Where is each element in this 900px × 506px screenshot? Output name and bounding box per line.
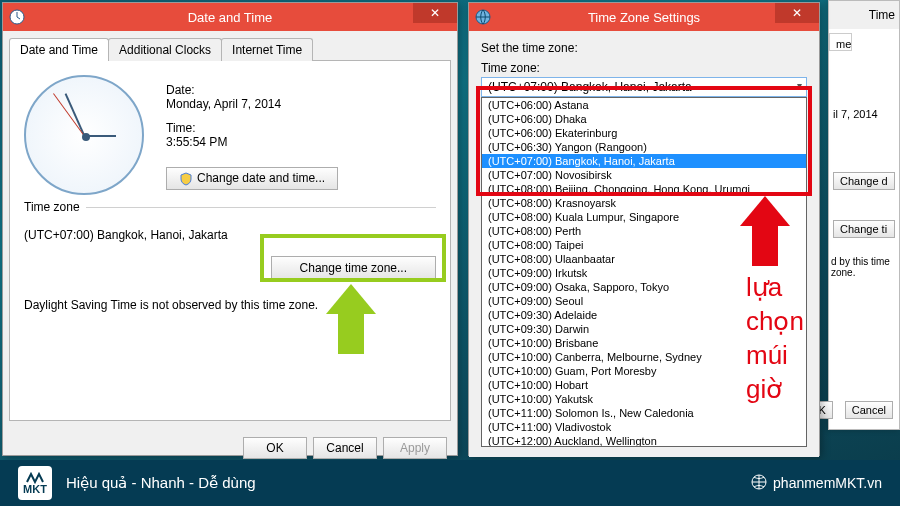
background-change-date-button[interactable]: Change d (833, 172, 895, 190)
timezone-selected-value[interactable]: (UTC+07:00) Bangkok, Hanoi, Jakarta (482, 78, 806, 96)
timezone-option[interactable]: (UTC+07:00) Novosibirsk (482, 168, 806, 182)
date-and-time-window: Date and Time ✕ Date and Time Additional… (2, 2, 458, 456)
window2-titlebar: Time Zone Settings ✕ (469, 3, 819, 31)
timezone-combobox[interactable]: (UTC+07:00) Bangkok, Hanoi, Jakarta (481, 77, 807, 97)
brand-name: MKT (23, 484, 47, 494)
date-value: Monday, April 7, 2014 (166, 97, 338, 111)
footer-url[interactable]: phanmemMKT.vn (751, 474, 882, 493)
background-note-fragment: d by this time zone. (831, 256, 897, 278)
timezone-option[interactable]: (UTC+06:00) Ekaterinburg (482, 126, 806, 140)
cancel-button[interactable]: Cancel (313, 437, 377, 459)
timezone-option[interactable]: (UTC+06:00) Astana (482, 98, 806, 112)
green-arrow-up-icon (326, 284, 376, 354)
set-timezone-label: Set the time zone: (481, 41, 807, 55)
timezone-option[interactable]: (UTC+08:00) Beijing, Chongqing, Hong Kon… (482, 182, 806, 196)
background-title-fragment: Time (829, 1, 899, 29)
background-cancel-button[interactable]: Cancel (845, 401, 893, 419)
brand-logo: MKT (18, 466, 52, 500)
change-date-time-button[interactable]: Change date and time... (166, 167, 338, 190)
background-change-timezone-button[interactable]: Change ti (833, 220, 895, 238)
footer-tagline: Hiệu quả - Nhanh - Dễ dùng (66, 474, 256, 492)
background-date-time-window: Time me il 7, 2014 Change d Change ti d … (828, 0, 900, 430)
window1-tabstrip: Date and Time Additional Clocks Internet… (9, 37, 451, 61)
timezone-option[interactable]: (UTC+07:00) Bangkok, Hanoi, Jakarta (482, 154, 806, 168)
timezone-option[interactable]: (UTC+06:30) Yangon (Rangoon) (482, 140, 806, 154)
change-timezone-button[interactable]: Change time zone... (271, 256, 436, 280)
tab-additional-clocks[interactable]: Additional Clocks (108, 38, 222, 61)
timezone-option[interactable]: (UTC+06:00) Dhaka (482, 112, 806, 126)
timezone-option[interactable]: (UTC+12:00) Auckland, Wellington (482, 434, 806, 447)
globe-icon (751, 474, 767, 493)
window2-title: Time Zone Settings (588, 10, 700, 25)
window1-titlebar: Date and Time ✕ (3, 3, 457, 31)
analog-clock (24, 75, 144, 195)
window1-title: Date and Time (188, 10, 273, 25)
close-button[interactable]: ✕ (413, 3, 457, 23)
window1-body: Date: Monday, April 7, 2014 Time: 3:55:5… (9, 61, 451, 421)
date-label: Date: (166, 83, 338, 97)
red-arrow-up-icon (740, 196, 790, 266)
footer-url-text: phanmemMKT.vn (773, 475, 882, 491)
globe-icon (475, 9, 491, 25)
background-tab-fragment: me (829, 33, 852, 51)
close-button[interactable]: ✕ (775, 3, 819, 23)
time-label: Time: (166, 121, 338, 135)
footer-bar: MKT Hiệu quả - Nhanh - Dễ dùng phanmemMK… (0, 460, 900, 506)
time-value: 3:55:54 PM (166, 135, 338, 149)
ok-button[interactable]: OK (243, 437, 307, 459)
change-date-time-label: Change date and time... (197, 171, 325, 185)
tab-internet-time[interactable]: Internet Time (221, 38, 313, 61)
timezone-legend: Time zone (24, 200, 86, 214)
timezone-field-label: Time zone: (481, 61, 807, 75)
background-date-fragment: il 7, 2014 (833, 108, 895, 120)
tab-date-and-time[interactable]: Date and Time (9, 38, 109, 61)
timezone-value: (UTC+07:00) Bangkok, Hanoi, Jakarta (24, 214, 436, 242)
apply-button: Apply (383, 437, 447, 459)
annotation-text: lựa chọn múi giờ (746, 270, 804, 406)
shield-icon (179, 172, 193, 186)
timezone-option[interactable]: (UTC+11:00) Solomon Is., New Caledonia (482, 406, 806, 420)
clock-icon (9, 9, 25, 25)
timezone-option[interactable]: (UTC+11:00) Vladivostok (482, 420, 806, 434)
